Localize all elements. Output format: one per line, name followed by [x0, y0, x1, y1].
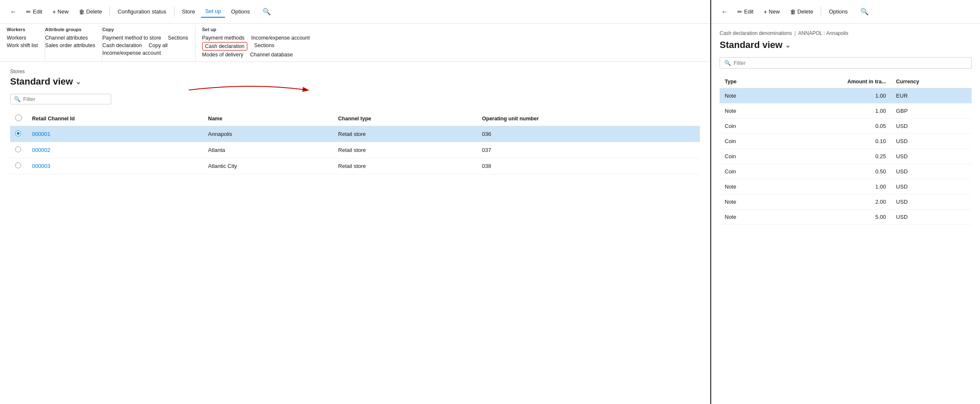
denom-type-cell: Coin [720, 134, 773, 149]
ribbon-item-income-expense-copy[interactable]: Income/expense account [102, 50, 161, 56]
search-button[interactable]: 🔍 [259, 6, 274, 17]
th-type: Type [720, 75, 773, 88]
ribbon-group-workers-title: Workers [7, 27, 38, 32]
ribbon-group-copy: Copy Payment method to store Sections Ca… [102, 25, 195, 61]
ribbon-item-work-shift[interactable]: Work shift list [7, 42, 38, 49]
ribbon-copy-row-1: Payment method to store Sections [102, 35, 188, 41]
right-back-button[interactable]: ← [718, 6, 731, 17]
th-amount: Amount in tra... [773, 75, 891, 88]
ribbon-item-copy-all[interactable]: Copy all [149, 42, 168, 49]
left-content: Stores Standard view ⌄ 🔍 Retail Channel … [0, 62, 710, 404]
right-edit-button[interactable]: ✏ Edit [733, 6, 758, 18]
radio-cell [10, 158, 27, 174]
edit-button[interactable]: ✏ Edit [22, 6, 46, 18]
row-radio[interactable] [15, 162, 21, 168]
right-new-button[interactable]: + New [759, 6, 784, 18]
table-row[interactable]: 000003 Atlantic City Retail store 038 [10, 158, 700, 174]
right-panel: ← ✏ Edit + New 🗑 Delete Options 🔍 Cash d… [710, 0, 980, 404]
denom-type-cell: Note [720, 88, 773, 104]
th-channel-id: Retail Channel Id [27, 111, 203, 126]
denom-currency-cell: USD [891, 134, 972, 149]
channel-id-cell[interactable]: 000002 [27, 142, 203, 158]
ribbon-item-modes-delivery[interactable]: Modes of delivery [202, 51, 244, 58]
denom-amount-cell: 1.00 [773, 88, 891, 104]
store-tab[interactable]: Store [178, 6, 199, 17]
right-chevron-icon[interactable]: ⌄ [785, 41, 790, 49]
denom-table-row[interactable]: Note 1.00 EUR [720, 88, 972, 104]
chevron-down-icon[interactable]: ⌄ [75, 78, 81, 86]
ribbon-setup-row-1: Payment methods Income/expense account [202, 35, 310, 41]
back-button[interactable]: ← [7, 6, 20, 17]
denom-table-row[interactable]: Coin 0.50 USD [720, 164, 972, 179]
op-unit-cell: 036 [477, 126, 700, 142]
denom-type-cell: Coin [720, 164, 773, 179]
op-unit-cell: 038 [477, 158, 700, 174]
right-options-tab[interactable]: Options [825, 6, 852, 17]
filter-box[interactable]: 🔍 [10, 94, 111, 104]
ribbon-item-workers[interactable]: Workers [7, 35, 38, 41]
ribbon-item-payment-method[interactable]: Payment method to store [102, 35, 161, 41]
channel-type-cell: Retail store [333, 142, 477, 158]
ribbon-wrapper: Workers Workers Work shift list Attribut… [0, 24, 710, 62]
table-row[interactable]: 000001 Annapolis Retail store 036 [10, 126, 700, 142]
denom-table-row[interactable]: Note 5.00 USD [720, 210, 972, 225]
denom-type-cell: Note [720, 194, 773, 210]
row-radio[interactable] [15, 130, 21, 136]
ribbon-group-setup-items: Payment methods Income/expense account C… [202, 35, 310, 58]
right-edit-icon: ✏ [737, 8, 742, 15]
ribbon-item-cash-decl-copy[interactable]: Cash declaration [102, 42, 142, 49]
ribbon-item-channel-database[interactable]: Channel database [250, 51, 292, 58]
search-icon: 🔍 [262, 8, 271, 15]
right-search-icon: 🔍 [860, 8, 869, 15]
ribbon-setup-row-3: Modes of delivery Channel database [202, 51, 310, 58]
denom-table-row[interactable]: Coin 0.25 USD [720, 149, 972, 164]
denom-amount-cell: 2.00 [773, 194, 891, 210]
denom-table-row[interactable]: Coin 0.10 USD [720, 134, 972, 149]
setup-tab[interactable]: Set up [201, 5, 225, 18]
ribbon-item-sections-copy[interactable]: Sections [168, 35, 188, 41]
ribbon-item-income-expense-setup[interactable]: Income/expense account [251, 35, 310, 41]
denom-amount-cell: 5.00 [773, 210, 891, 225]
ribbon-copy-row-3: Income/expense account [102, 50, 188, 56]
right-divider [821, 7, 821, 17]
ribbon-item-sales-order-attr[interactable]: Sales order attributes [45, 42, 95, 49]
denom-table-row[interactable]: Note 1.00 USD [720, 179, 972, 194]
denom-amount-cell: 0.05 [773, 119, 891, 134]
denom-amount-cell: 1.00 [773, 104, 891, 119]
denom-amount-cell: 1.00 [773, 179, 891, 194]
config-status-button[interactable]: Configuration status [113, 6, 171, 17]
filter-search-icon: 🔍 [14, 96, 21, 102]
right-new-icon: + [763, 8, 767, 15]
denom-type-cell: Coin [720, 149, 773, 164]
right-filter-box[interactable]: 🔍 [720, 57, 972, 69]
right-delete-button[interactable]: 🗑 Delete [786, 6, 818, 18]
denom-table-row[interactable]: Note 2.00 USD [720, 194, 972, 210]
denom-table-row[interactable]: Note 1.00 GBP [720, 104, 972, 119]
denom-amount-cell: 0.25 [773, 149, 891, 164]
header-checkbox[interactable] [15, 114, 22, 121]
ribbon-group-attributes: Attribute groups Channel attributes Sale… [45, 25, 102, 61]
section-title: Stores [10, 69, 700, 74]
denom-currency-cell: USD [891, 210, 972, 225]
ribbon-copy-row-2: Cash declaration Copy all [102, 42, 188, 49]
ribbon-item-sections-setup[interactable]: Sections [254, 42, 274, 50]
denom-table-row[interactable]: Coin 0.05 USD [720, 119, 972, 134]
denom-type-cell: Coin [720, 119, 773, 134]
right-search-button[interactable]: 🔍 [857, 6, 872, 17]
breadcrumb-separator: | [794, 30, 795, 36]
ribbon-item-channel-attr[interactable]: Channel attributes [45, 35, 95, 41]
options-tab[interactable]: Options [227, 6, 254, 17]
denom-type-cell: Note [720, 104, 773, 119]
denominations-table: Type Amount in tra... Currency Note 1.00… [720, 75, 972, 225]
channel-id-cell[interactable]: 000001 [27, 126, 203, 142]
right-filter-input[interactable] [734, 60, 967, 66]
table-row[interactable]: 000002 Atlanta Retail store 037 [10, 142, 700, 158]
delete-button[interactable]: 🗑 Delete [75, 6, 107, 18]
right-filter-icon: 🔍 [724, 60, 731, 66]
ribbon-item-payment-methods[interactable]: Payment methods [202, 35, 245, 41]
channel-id-cell[interactable]: 000003 [27, 158, 203, 174]
new-button[interactable]: + New [48, 6, 72, 18]
row-radio[interactable] [15, 146, 21, 152]
filter-input[interactable] [23, 96, 107, 102]
ribbon-item-cash-declaration[interactable]: Cash declaration [202, 42, 248, 50]
